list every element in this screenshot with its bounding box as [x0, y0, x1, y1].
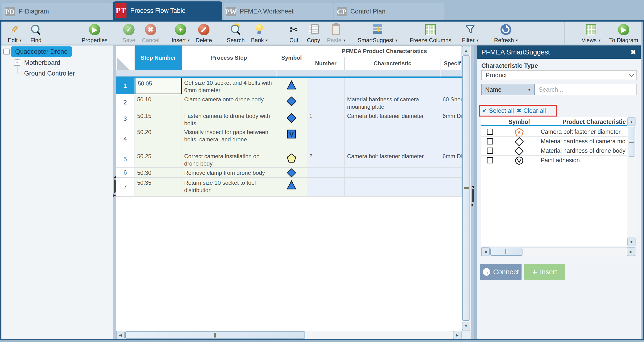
- characteristic-type-select[interactable]: Product: [481, 70, 637, 80]
- row-number[interactable]: 4: [116, 127, 135, 151]
- checkbox[interactable]: [487, 129, 493, 135]
- column-header-number[interactable]: Number: [307, 57, 345, 70]
- symbol-cell[interactable]: [276, 111, 307, 127]
- select-all-link[interactable]: ✔ Select all: [482, 107, 514, 114]
- characteristic-number-cell[interactable]: 2: [307, 151, 345, 168]
- characteristic-cell[interactable]: Camera bolt fastener diameter: [345, 111, 440, 127]
- list-item[interactable]: Material hardness of camera mount: [481, 137, 627, 146]
- symbol-cell[interactable]: V: [276, 127, 307, 151]
- column-header-specification[interactable]: Specif: [440, 57, 462, 70]
- table-corner-cell[interactable]: [116, 46, 135, 70]
- specification-cell[interactable]: [440, 178, 462, 197]
- characteristic-cell[interactable]: Camera bolt fastener diameter: [345, 151, 440, 168]
- tree-collapse-toggle[interactable]: −: [3, 49, 10, 55]
- column-header-step-number[interactable]: Step Number: [135, 46, 182, 70]
- specification-cell[interactable]: [440, 168, 462, 178]
- refresh-button[interactable]: Refresh▾: [488, 24, 524, 44]
- row-number[interactable]: 7: [116, 178, 135, 197]
- specification-cell[interactable]: 60 Shor: [440, 94, 462, 111]
- tree-node-quadcopter-drone[interactable]: Quadcopter Drone: [11, 46, 72, 57]
- specification-cell[interactable]: 6mm Di: [440, 111, 462, 127]
- list-item[interactable]: K Camera bolt fastener diameter: [481, 127, 627, 137]
- process-step-cell[interactable]: Clamp camera onto drone body: [182, 94, 276, 111]
- specification-cell[interactable]: [440, 78, 462, 94]
- scroll-right-button[interactable]: ▶: [453, 331, 462, 339]
- list-item[interactable]: Paint adhesion: [481, 156, 627, 165]
- characteristic-number-cell[interactable]: [307, 94, 345, 111]
- process-step-cell[interactable]: Correct camera installation on drone bod…: [182, 151, 276, 168]
- scroll-right-button[interactable]: ▶: [627, 248, 635, 256]
- process-step-cell[interactable]: Get size 10 socket and 4 bolts with 6mm …: [182, 78, 276, 94]
- characteristic-cell[interactable]: [345, 178, 440, 197]
- list-item[interactable]: Material hardness of drone body: [481, 146, 627, 156]
- horizontal-scroll-thumb[interactable]: [125, 331, 305, 339]
- product-characteristic-column-header[interactable]: Product Characteristic: [539, 118, 626, 125]
- characteristic-number-cell[interactable]: [307, 168, 345, 178]
- splitter-handle[interactable]: ◀ ▶: [471, 185, 474, 207]
- tab-control-plan[interactable]: CP Control Plan: [334, 3, 444, 20]
- to-diagram-button[interactable]: ▶ To Diagram: [606, 24, 642, 44]
- scroll-up-button[interactable]: ▲: [628, 117, 636, 126]
- specification-cell[interactable]: 6mm Di: [440, 151, 462, 168]
- scroll-down-button[interactable]: ▼: [462, 322, 470, 330]
- scroll-left-button[interactable]: ◀: [481, 248, 490, 256]
- step-number-cell[interactable]: 50.10: [135, 94, 182, 111]
- checkbox[interactable]: [487, 157, 493, 163]
- column-header-characteristic[interactable]: Characteristic: [345, 57, 440, 70]
- characteristic-number-cell[interactable]: [307, 78, 345, 94]
- right-splitter[interactable]: ◀ ▶: [471, 46, 474, 339]
- row-number[interactable]: 3: [116, 111, 135, 127]
- symbol-cell[interactable]: [276, 94, 307, 111]
- insert-button[interactable]: + Insert: [524, 264, 565, 280]
- close-icon[interactable]: ✖: [630, 48, 636, 56]
- specification-cell[interactable]: [440, 127, 462, 151]
- freeze-columns-button[interactable]: Freeze Columns: [413, 24, 448, 44]
- characteristic-cell[interactable]: [345, 78, 440, 94]
- row-number[interactable]: 1: [116, 78, 135, 94]
- symbol-cell[interactable]: [276, 178, 307, 197]
- characteristic-cell[interactable]: [345, 168, 440, 178]
- row-number[interactable]: 6: [116, 168, 135, 178]
- horizontal-scroll-thumb[interactable]: [490, 248, 522, 256]
- step-number-cell[interactable]: 50.20: [135, 127, 182, 151]
- characteristic-number-cell[interactable]: [307, 127, 345, 151]
- step-number-cell[interactable]: 50.15: [135, 111, 182, 127]
- delete-button[interactable]: Delete: [186, 24, 222, 44]
- scroll-left-button[interactable]: ◀: [116, 331, 124, 339]
- vertical-scroll-thumb[interactable]: [628, 127, 635, 156]
- filter-button[interactable]: Filter▾: [452, 24, 488, 44]
- process-step-cell[interactable]: Visually inspect for gaps between bolts,…: [182, 127, 276, 151]
- process-step-cell[interactable]: Remove clamp from drone body: [182, 168, 276, 178]
- bank-button[interactable]: Bank▾: [242, 24, 277, 44]
- smartsuggest-button[interactable]: SmartSuggest▾: [360, 24, 395, 44]
- process-step-cell[interactable]: Fasten camera to drone body with bolts: [182, 111, 276, 127]
- tree-node-ground-controller[interactable]: Ground Controller: [24, 70, 75, 77]
- column-header-symbol[interactable]: Symbol: [276, 46, 307, 70]
- scroll-down-button[interactable]: ▼: [628, 238, 636, 246]
- checkbox[interactable]: [487, 138, 493, 144]
- characteristic-number-cell[interactable]: [307, 178, 345, 197]
- tab-process-flow-table[interactable]: PT Process Flow Table: [113, 2, 222, 20]
- symbol-column-header[interactable]: Symbol: [499, 118, 539, 125]
- process-step-cell[interactable]: Return size 10 socket to tool distributi…: [182, 178, 276, 197]
- properties-button[interactable]: ▶ Properties: [77, 24, 112, 44]
- paste-button[interactable]: Paste▾: [318, 24, 354, 44]
- scroll-up-button[interactable]: ▲: [462, 46, 470, 55]
- views-button[interactable]: Views▾: [573, 24, 609, 44]
- characteristic-cell[interactable]: [345, 127, 440, 151]
- tab-p-diagram[interactable]: PD P-Diagram: [2, 3, 112, 20]
- tree-node-motherboard[interactable]: Motherboard: [24, 59, 60, 67]
- step-number-cell[interactable]: 50.30: [135, 168, 182, 178]
- step-number-cell[interactable]: 50.25: [135, 151, 182, 168]
- tree-expand-toggle[interactable]: +: [14, 59, 20, 66]
- characteristic-number-cell[interactable]: 1: [307, 111, 345, 127]
- row-number[interactable]: 5: [116, 151, 135, 168]
- find-button[interactable]: Find: [18, 24, 54, 44]
- filter-row[interactable]: [116, 70, 462, 77]
- step-number-cell[interactable]: 50.05: [135, 78, 182, 94]
- row-number[interactable]: 2: [116, 94, 135, 111]
- search-input[interactable]: [535, 84, 636, 95]
- clear-all-link[interactable]: ✖ Clear all: [517, 107, 546, 114]
- column-header-process-step[interactable]: Process Step: [182, 46, 276, 70]
- symbol-cell[interactable]: [276, 78, 307, 94]
